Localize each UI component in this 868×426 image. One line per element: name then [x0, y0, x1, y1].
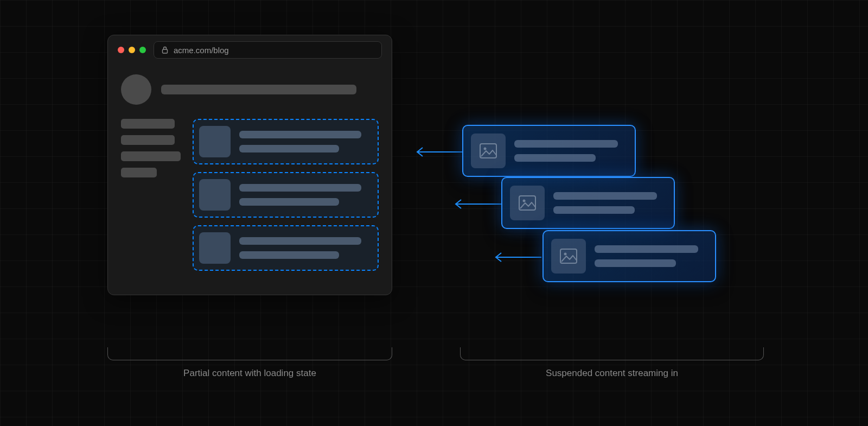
content-row [121, 119, 379, 271]
thumbnail-skeleton [199, 232, 231, 264]
image-icon [471, 133, 506, 168]
arrow-left-icon [415, 145, 464, 158]
svg-rect-4 [480, 144, 496, 158]
thumbnail-skeleton [199, 179, 231, 211]
loading-cards-column [193, 119, 379, 271]
sidebar-line-skeleton [121, 135, 175, 145]
loading-placeholder-card [193, 119, 379, 164]
line-skeleton [595, 245, 698, 253]
text-lines-skeleton [553, 192, 666, 214]
address-bar[interactable]: acme.com/blog [154, 41, 382, 59]
streaming-cards-stage [460, 125, 764, 298]
bracket-icon [107, 347, 392, 360]
line-skeleton [239, 251, 339, 259]
svg-rect-8 [560, 249, 577, 263]
page-header-skeleton [121, 74, 379, 105]
line-skeleton [553, 192, 657, 200]
line-skeleton [239, 131, 361, 138]
line-skeleton [239, 237, 361, 245]
line-skeleton [595, 259, 676, 267]
streaming-content-card [501, 177, 675, 229]
avatar-skeleton [121, 74, 151, 105]
sidebar-line-skeleton [121, 151, 181, 161]
lock-icon [162, 46, 168, 54]
svg-point-5 [484, 148, 487, 150]
traffic-lights [118, 47, 146, 53]
bracket-icon [460, 347, 764, 360]
loading-placeholder-card [193, 225, 379, 271]
svg-rect-6 [519, 196, 535, 210]
thumbnail-skeleton [199, 126, 231, 157]
page-body [108, 65, 392, 281]
svg-point-9 [564, 253, 567, 256]
close-icon[interactable] [118, 47, 124, 53]
line-skeleton [514, 140, 618, 148]
text-lines-skeleton [239, 131, 372, 152]
title-skeleton [161, 85, 356, 94]
minimize-icon[interactable] [129, 47, 135, 53]
text-lines-skeleton [514, 140, 627, 162]
svg-rect-0 [163, 49, 168, 53]
streaming-content-card [542, 230, 716, 282]
line-skeleton [239, 184, 361, 192]
titlebar: acme.com/blog [108, 35, 392, 65]
sidebar-line-skeleton [121, 168, 157, 177]
line-skeleton [553, 206, 635, 214]
text-lines-skeleton [239, 237, 372, 259]
sidebar-skeleton [121, 119, 181, 271]
caption-left: Partial content with loading state [107, 347, 392, 379]
fullscreen-icon[interactable] [139, 47, 146, 53]
caption-text-right: Suspended content streaming in [460, 368, 764, 379]
caption-text-left: Partial content with loading state [107, 368, 392, 379]
svg-point-7 [523, 200, 526, 202]
caption-right: Suspended content streaming in [460, 347, 764, 379]
text-lines-skeleton [595, 245, 707, 267]
image-icon [510, 186, 545, 220]
sidebar-line-skeleton [121, 119, 175, 129]
line-skeleton [514, 154, 596, 162]
line-skeleton [239, 145, 339, 152]
browser-window: acme.com/blog [107, 35, 392, 295]
diagram-canvas: acme.com/blog [0, 0, 868, 426]
url-text: acme.com/blog [174, 46, 229, 55]
loading-placeholder-card [193, 172, 379, 218]
streaming-content-card [462, 125, 636, 177]
text-lines-skeleton [239, 184, 372, 206]
line-skeleton [239, 198, 339, 206]
image-icon [551, 239, 586, 274]
